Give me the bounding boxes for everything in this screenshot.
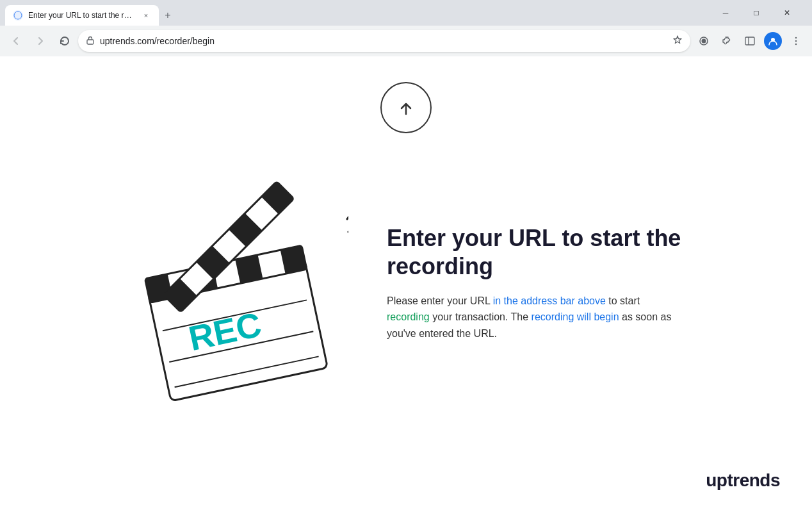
tab-favicon [13, 10, 23, 21]
svg-point-3 [702, 39, 706, 44]
page-heading: Enter your URL to start the recording [387, 224, 681, 279]
svg-rect-4 [745, 37, 754, 45]
tab-close-button[interactable]: × [141, 10, 151, 21]
nav-bar: uptrends.com/recorder/begin [0, 26, 812, 56]
clapperboard-illustration: REC [131, 161, 348, 405]
refresh-button[interactable] [54, 30, 76, 52]
title-bar: Enter your URL to start the reco... × + … [0, 0, 812, 26]
address-bar[interactable]: uptrends.com/recorder/begin [78, 30, 690, 52]
page-description: Please enter your URL in the address bar… [387, 293, 681, 342]
description-link3: recording will begin [532, 311, 619, 322]
uptrends-logo: uptrends [706, 470, 780, 491]
address-url: uptrends.com/recorder/begin [100, 36, 667, 46]
description-link1: in the address bar above [493, 295, 606, 306]
main-content: REC [118, 149, 694, 418]
window-controls: ─ □ ✕ [711, 0, 802, 26]
upload-arrow-icon [392, 94, 420, 122]
svg-point-6 [795, 37, 797, 38]
description-text1: Please enter your URL [387, 295, 493, 306]
record-icon-button[interactable] [693, 30, 715, 52]
description-text2: to start [606, 295, 640, 306]
menu-button[interactable] [785, 30, 807, 52]
minimize-button[interactable]: ─ [711, 0, 740, 26]
sidebar-button[interactable] [739, 30, 761, 52]
back-button[interactable] [5, 30, 27, 52]
svg-line-28 [347, 200, 348, 219]
description-link2: recording [387, 311, 430, 322]
nav-right-icons [693, 30, 807, 52]
svg-point-8 [795, 44, 797, 45]
bookmark-icon[interactable] [672, 35, 683, 47]
svg-point-7 [795, 40, 797, 42]
maximize-button[interactable]: □ [742, 0, 771, 26]
forward-button[interactable] [29, 30, 51, 52]
tab-strip: Enter your URL to start the reco... × + [5, 0, 355, 26]
text-panel: Enter your URL to start the recording Pl… [387, 224, 681, 341]
active-tab[interactable]: Enter your URL to start the reco... × [5, 5, 159, 26]
browser-frame: Enter your URL to start the reco... × + … [0, 0, 812, 510]
svg-point-0 [14, 12, 22, 19]
extensions-button[interactable] [716, 30, 738, 52]
tab-title: Enter your URL to start the reco... [28, 11, 136, 20]
close-button[interactable]: ✕ [772, 0, 802, 26]
upload-icon-container [380, 82, 432, 133]
svg-rect-1 [87, 40, 93, 44]
secure-icon [86, 36, 95, 47]
profile-button[interactable] [764, 32, 782, 50]
description-text3: your transaction. The [430, 311, 532, 322]
upload-circle [380, 82, 432, 133]
new-tab-button[interactable]: + [159, 6, 177, 24]
page-content: REC [0, 56, 812, 510]
